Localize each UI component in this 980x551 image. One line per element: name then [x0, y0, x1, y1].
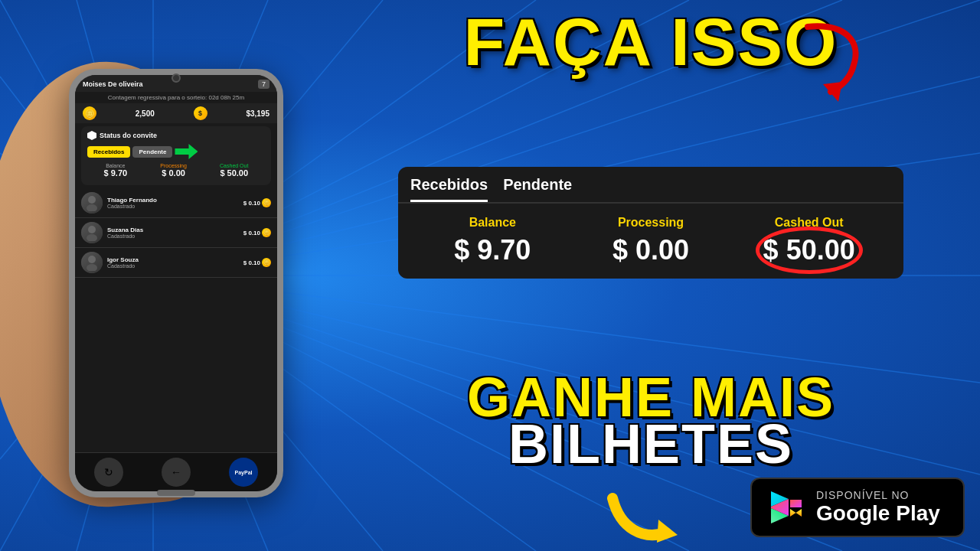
user-level: 7: [258, 80, 270, 89]
avatar-3: [81, 252, 103, 273]
app-tabs: Recebidos Pendente: [398, 167, 903, 204]
green-arrow-icon: [175, 144, 198, 159]
google-play-badge[interactable]: DISPONÍVEL NO Google Play: [750, 478, 965, 537]
avatar-2: [81, 222, 103, 243]
svg-marker-35: [823, 82, 842, 102]
countdown: Contagem regressiva para o sorteio: 02d …: [75, 92, 277, 103]
contact-status-2: Cadastrado: [107, 233, 239, 239]
processing-value: $ 0.00: [160, 168, 187, 178]
refresh-button[interactable]: ↻: [94, 458, 123, 487]
contact-info-3: Igor Souza Cadastrado: [107, 256, 239, 269]
invite-tabs: Recebidos Pendente: [87, 144, 265, 159]
svg-marker-40: [790, 509, 802, 517]
app-balance-label: Balance: [413, 216, 572, 230]
phone-home-button[interactable]: [157, 490, 195, 496]
svg-point-29: [88, 196, 96, 204]
avatar-1: [81, 192, 103, 214]
app-processing-label: Processing: [572, 216, 730, 230]
user-name: Moises De oliveira: [83, 80, 143, 88]
contact-name-2: Suzana Dias: [107, 227, 239, 233]
contact-name-3: Igor Souza: [107, 256, 239, 263]
balance-label: Balance: [104, 163, 128, 168]
app-processing-col: Processing $ 0.00: [572, 216, 730, 266]
bilhetes-text: BILHETES: [467, 421, 835, 468]
contact-info-2: Suzana Dias Cadastrado: [107, 227, 239, 239]
coins-bar: 🪙 2,500 $ $3,195: [75, 103, 277, 123]
coin-amount: 2,500: [136, 109, 155, 118]
balance-col: Balance $ 9.70: [104, 163, 128, 178]
google-play-text: DISPONÍVEL NO Google Play: [816, 489, 940, 526]
yellow-arrow-icon: [605, 483, 681, 547]
cashed-col: Cashed Out $ 50.00: [220, 163, 248, 178]
contact-status-3: Cadastrado: [107, 263, 239, 269]
invite-title: Status do convite: [87, 131, 265, 140]
app-processing-amount: $ 0.00: [572, 234, 730, 266]
app-cashed-label: Cashed Out: [730, 216, 888, 230]
app-balance-col: Balance $ 9.70: [413, 216, 572, 266]
dollar-icon: $: [194, 106, 207, 120]
balance-value: $ 9.70: [104, 168, 128, 178]
phone-camera: [172, 73, 181, 83]
phone-section: Moises De oliveira 7 Contagem regressiva…: [0, 0, 329, 551]
invite-status-panel: Status do convite Recebidos Pendente Bal…: [81, 126, 271, 185]
cashed-label: Cashed Out: [220, 163, 248, 168]
svg-point-34: [87, 264, 97, 271]
balance-row: Balance $ 9.70 Processing $ 0.00 Cashed …: [87, 163, 265, 178]
app-cashed-amount: $ 50.00: [763, 234, 855, 266]
contact-status-1: Cadastrado: [107, 204, 239, 209]
coin-icon: 🪙: [83, 106, 96, 120]
contact-reward-1: $ 0.10 🪙: [243, 198, 271, 207]
tab-pendente[interactable]: Pendente: [132, 146, 172, 158]
phone-screen: Moises De oliveira 7 Contagem regressiva…: [75, 75, 277, 491]
phone: Moises De oliveira 7 Contagem regressiva…: [69, 69, 283, 497]
phone-wrapper: Moises De oliveira 7 Contagem regressiva…: [69, 69, 283, 497]
reward-coin-2: 🪙: [262, 228, 271, 237]
app-tab-pendente[interactable]: Pendente: [503, 176, 572, 202]
contact-list: Thiago Fernando Cadastrado $ 0.10 🪙: [75, 188, 277, 452]
contact-item-1: Thiago Fernando Cadastrado $ 0.10 🪙: [75, 188, 277, 218]
shield-icon: [87, 131, 96, 140]
bottom-row: DISPONÍVEL NO Google Play: [337, 475, 965, 540]
red-arrow-icon: [800, 19, 861, 96]
app-values: Balance $ 9.70 Processing $ 0.00 Cashed …: [398, 204, 903, 279]
contact-item-2: Suzana Dias Cadastrado $ 0.10 🪙: [75, 218, 277, 248]
faca-isso-text: FAÇA ISSO: [463, 11, 838, 72]
svg-point-30: [87, 204, 97, 211]
svg-marker-39: [790, 500, 802, 507]
contact-item-3: Igor Souza Cadastrado $ 0.10 🪙: [75, 248, 277, 278]
app-tab-recebidos[interactable]: Recebidos: [410, 176, 488, 202]
back-button[interactable]: ←: [162, 458, 191, 487]
dollar-amount: $3,195: [246, 109, 270, 118]
processing-col: Processing $ 0.00: [160, 163, 187, 178]
app-panel: Recebidos Pendente Balance $ 9.70 Proces…: [398, 167, 903, 279]
reward-coin-1: 🪙: [262, 198, 271, 207]
app-cashed-col: Cashed Out $ 50.00: [730, 216, 888, 266]
contact-reward-3: $ 0.10 🪙: [243, 258, 271, 267]
reward-coin-3: 🪙: [262, 258, 271, 267]
right-section: FAÇA ISSO Recebidos Pendente Balance $ 9…: [329, 0, 980, 551]
app-balance-amount: $ 9.70: [413, 234, 572, 266]
contact-info-1: Thiago Fernando Cadastrado: [107, 197, 239, 209]
phone-nav: ↻ ← PayPal: [75, 452, 277, 491]
svg-marker-36: [657, 520, 678, 543]
svg-point-32: [87, 234, 97, 241]
google-play-name: Google Play: [816, 501, 940, 526]
contact-name-1: Thiago Fernando: [107, 197, 239, 204]
bottom-content: GANHE MAIS BILHETES: [337, 374, 965, 540]
main-content: Moises De oliveira 7 Contagem regressiva…: [0, 0, 980, 551]
cashed-circle: $ 50.00: [763, 234, 855, 266]
svg-point-31: [88, 226, 96, 233]
headline-top: FAÇA ISSO: [463, 11, 838, 72]
svg-point-33: [88, 256, 96, 263]
disponivel-text: DISPONÍVEL NO: [816, 489, 940, 501]
processing-label: Processing: [160, 163, 187, 168]
play-store-icon: [767, 488, 805, 527]
paypal-button[interactable]: PayPal: [229, 458, 258, 487]
contact-reward-2: $ 0.10 🪙: [243, 228, 271, 237]
tab-recebidos[interactable]: Recebidos: [87, 146, 130, 158]
cashed-value: $ 50.00: [220, 168, 248, 178]
headline-bottom: GANHE MAIS BILHETES: [467, 374, 835, 468]
